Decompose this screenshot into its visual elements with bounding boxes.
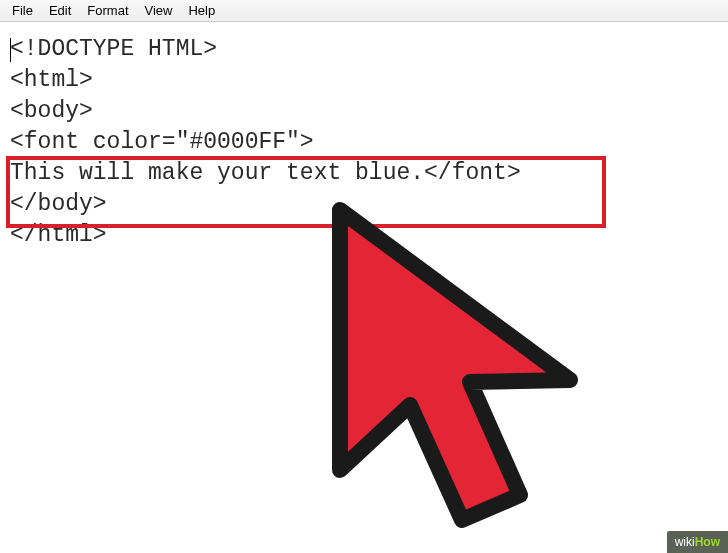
code-line: </body>	[10, 189, 718, 220]
menu-file[interactable]: File	[4, 1, 41, 20]
menu-edit[interactable]: Edit	[41, 1, 79, 20]
menu-format[interactable]: Format	[79, 1, 136, 20]
code-line: <body>	[10, 96, 718, 127]
text-editor-area[interactable]: <!DOCTYPE HTML> <html> <body> <font colo…	[0, 22, 728, 263]
code-line: <html>	[10, 65, 718, 96]
code-line: This will make your text blue.</font>	[10, 158, 718, 189]
code-line: <!DOCTYPE HTML>	[10, 34, 718, 65]
watermark: wikiHow	[667, 531, 728, 553]
menu-help[interactable]: Help	[180, 1, 223, 20]
code-line: <font color="#0000FF">	[10, 127, 718, 158]
menu-view[interactable]: View	[137, 1, 181, 20]
code-line: </html>	[10, 220, 718, 251]
watermark-suffix: How	[695, 535, 720, 549]
menubar: File Edit Format View Help	[0, 0, 728, 22]
code-text: <!DOCTYPE HTML>	[10, 36, 217, 62]
watermark-prefix: wiki	[675, 535, 695, 549]
